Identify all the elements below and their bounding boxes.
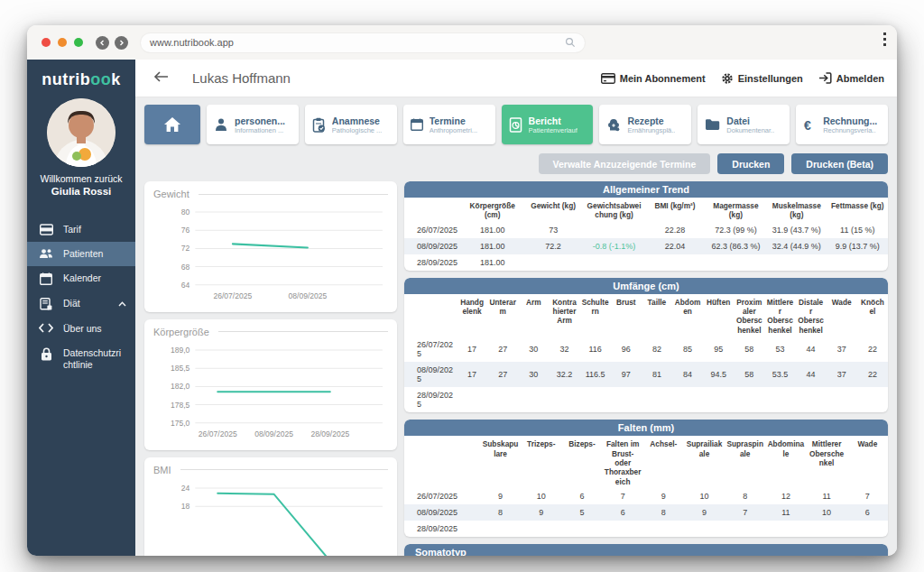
sidebar-item-patienten[interactable]: Patienten bbox=[27, 242, 135, 266]
cell: 37 bbox=[827, 362, 857, 387]
svg-text:24: 24 bbox=[181, 484, 190, 493]
action-label: Mein Abonnement bbox=[620, 73, 706, 84]
chevron-up-icon bbox=[118, 298, 126, 309]
cell: 22 bbox=[857, 337, 888, 362]
svg-text:26/07/2025: 26/07/2025 bbox=[213, 291, 252, 300]
cell bbox=[549, 387, 579, 412]
column-header: Proximaler Oberschenkel bbox=[734, 294, 764, 337]
abmelden-button[interactable]: Abmelden bbox=[818, 72, 884, 84]
cell: 12 bbox=[765, 488, 806, 504]
svg-text:18: 18 bbox=[181, 502, 190, 511]
sidebar-item-kalender[interactable]: Kalender bbox=[27, 266, 135, 291]
sidebar-item-label: Diät bbox=[63, 298, 118, 309]
cell: 30 bbox=[518, 337, 549, 362]
svg-text:08/09/2025: 08/09/2025 bbox=[289, 291, 328, 300]
svg-text:80: 80 bbox=[181, 208, 190, 217]
tab-subtitle: Pathologische ... bbox=[332, 126, 382, 134]
tab-bericht[interactable]: BerichtPatientenverlauf bbox=[502, 105, 594, 144]
svg-text:178,5: 178,5 bbox=[171, 400, 190, 409]
cell: 82 bbox=[642, 337, 672, 362]
cell: 72.3 (99 %) bbox=[706, 222, 766, 238]
cell bbox=[643, 521, 684, 537]
browser-chrome: www.nutribook.app bbox=[27, 25, 897, 60]
svg-text:26/07/2025: 26/07/2025 bbox=[199, 429, 237, 438]
cell: 7 bbox=[603, 488, 643, 504]
cell bbox=[847, 521, 888, 537]
zoom-window-button[interactable] bbox=[74, 38, 83, 47]
line-chart: 807672686426/07/202508/09/2025 bbox=[153, 199, 388, 307]
column-header: Supraspinale bbox=[725, 436, 765, 488]
column-header: Falten im Brust- oder Thoraxbereich bbox=[603, 436, 643, 488]
sidebar-item-tarif[interactable]: Tarif bbox=[27, 217, 135, 242]
browser-menu-button[interactable] bbox=[883, 32, 886, 46]
browser-window: www.nutribook.app nutribook bbox=[27, 25, 897, 556]
mein-abonnement-button[interactable]: Mein Abonnement bbox=[601, 73, 706, 84]
cell bbox=[734, 387, 764, 412]
tab-home[interactable] bbox=[144, 105, 200, 144]
minimize-window-button[interactable] bbox=[58, 38, 67, 47]
einstellungen-button[interactable]: Einstellungen bbox=[721, 72, 803, 85]
cell: 5 bbox=[561, 504, 602, 521]
table-row: 28/09/2025 bbox=[404, 387, 888, 412]
cell bbox=[580, 387, 611, 412]
sidebar-item-ueber-uns[interactable]: Über uns bbox=[27, 317, 135, 341]
sidebar-item-datenschutzrichtlinie[interactable]: Datenschutzrichtlinie bbox=[27, 341, 135, 377]
cell: 10 bbox=[521, 488, 561, 504]
row-date: 08/09/2025 bbox=[404, 362, 457, 387]
cell bbox=[480, 521, 521, 537]
tab-subtitle: Informationen ... bbox=[235, 126, 285, 134]
cell bbox=[642, 387, 672, 412]
table-title-somatotyp: Somatotyp bbox=[404, 544, 888, 556]
cell: -0.8 (-1.1%) bbox=[584, 238, 644, 254]
logout-icon bbox=[818, 72, 832, 84]
cell: 8 bbox=[725, 488, 765, 504]
column-header: Abdominale bbox=[765, 436, 806, 488]
search-icon bbox=[565, 37, 576, 48]
tab-anamnese[interactable]: AnamnesePathologische ... bbox=[305, 105, 397, 144]
cell bbox=[766, 254, 827, 271]
tab-termine[interactable]: TermineAnthropometri... bbox=[403, 105, 495, 144]
cell bbox=[827, 254, 888, 271]
tab-title: Anamnese bbox=[332, 115, 382, 126]
column-header: Suprailiakale bbox=[684, 436, 725, 488]
column-header: Muskelmasse (kg) bbox=[766, 198, 827, 222]
tab-rechnung[interactable]: €Rechnung...Rechnungsverla.. bbox=[796, 105, 888, 144]
browser-back-button[interactable] bbox=[96, 36, 109, 50]
back-button[interactable] bbox=[153, 70, 169, 87]
cell bbox=[725, 521, 765, 537]
manage-appointments-button[interactable]: Verwalte Anzuzeigende Termine bbox=[539, 153, 711, 174]
tab-personen[interactable]: personen...Informationen ... bbox=[207, 105, 299, 144]
row-date: 26/07/2025 bbox=[404, 222, 462, 238]
sidebar-item-label: Patienten bbox=[63, 248, 128, 260]
cell bbox=[764, 387, 795, 412]
cell bbox=[857, 387, 888, 412]
cell: 30 bbox=[518, 362, 549, 387]
tab-rezepte[interactable]: RezepteErnährungsplä.. bbox=[599, 105, 691, 144]
cell bbox=[487, 387, 518, 412]
table-row: 28/09/2025181.00 bbox=[404, 254, 888, 271]
row-date: 28/09/2025 bbox=[404, 254, 462, 271]
cell bbox=[518, 387, 549, 412]
close-window-button[interactable] bbox=[42, 38, 51, 47]
column-header: Körpergröße (cm) bbox=[462, 198, 522, 222]
cell: 181.00 bbox=[462, 222, 522, 238]
print-beta-button[interactable]: Drucken (Beta) bbox=[791, 153, 888, 174]
tab-subtitle: Ernährungsplä.. bbox=[627, 126, 675, 134]
table-title-falten: Falten (mm) bbox=[404, 420, 888, 436]
tab-title: Rechnung... bbox=[823, 115, 877, 126]
print-button[interactable]: Drucken bbox=[717, 153, 784, 174]
header-actions: Mein AbonnementEinstellungenAbmelden bbox=[601, 72, 897, 85]
avatar-image bbox=[47, 98, 116, 167]
cell: 94.5 bbox=[703, 362, 734, 387]
row-date: 08/09/2025 bbox=[404, 504, 480, 521]
sidebar-item-diaet[interactable]: Diät bbox=[27, 291, 135, 317]
column-header: Abdomen bbox=[672, 294, 703, 337]
table-row: 08/09/2025181.0072.2-0.8 (-1.1%)22.0462.… bbox=[404, 238, 888, 254]
row-date: 26/07/2025 bbox=[404, 488, 480, 504]
address-bar[interactable]: www.nutribook.app bbox=[141, 33, 585, 52]
cell: 17 bbox=[457, 337, 487, 362]
column-header: Brust bbox=[611, 294, 642, 337]
tab-datei[interactable]: DateiDokumentenar.. bbox=[698, 105, 790, 144]
browser-forward-button[interactable] bbox=[115, 36, 128, 50]
card-icon bbox=[601, 73, 615, 84]
